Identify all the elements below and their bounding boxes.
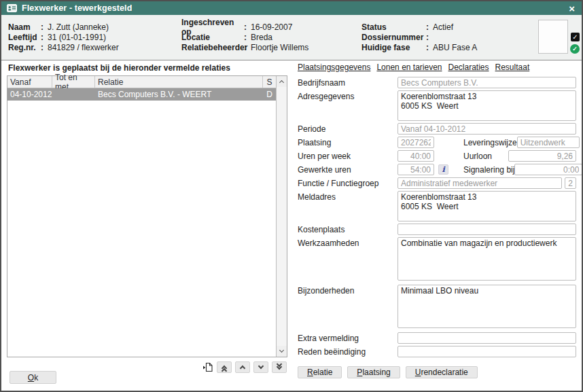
regnr-value: 841829 / flexwerker <box>48 43 119 52</box>
leveringswijze-label: Leveringswijze <box>463 137 517 147</box>
tab-declaraties[interactable]: Declaraties <box>448 63 489 72</box>
leeftijd-value: 31 (01-01-1991) <box>48 33 106 42</box>
placements-table-columns: Vanaf Tot en met Relatie S 04-10-2012 Be… <box>7 76 276 357</box>
reden-beeindiging-field[interactable] <box>398 346 576 357</box>
header-field-dossiernummer: Dossiernummer : <box>361 32 477 42</box>
scrollbar-up-icon[interactable] <box>277 76 287 87</box>
form-row-kostenplaats: Kostenplaats <box>298 224 576 235</box>
header-field-regnr: Reg.nr. : 841829 / flexwerker <box>8 42 119 52</box>
new-document-icon[interactable] <box>202 361 213 373</box>
regnr-label: Reg.nr. <box>8 43 41 52</box>
column-header-tot-en-met[interactable]: Tot en met <box>52 76 95 88</box>
gewerkte-uren-label: Gewerkte uren <box>298 164 398 175</box>
huidige-fase-label: Huidige fase <box>361 43 426 52</box>
periode-label: Periode <box>298 123 398 134</box>
form-row-functie: Functie / Functiegroep <box>298 177 576 189</box>
status-value: Actief <box>433 22 453 32</box>
leveringswijze-field[interactable] <box>517 137 580 148</box>
header-column-1: Naam : J. Zutt (Janneke) Leeftijd : 31 (… <box>8 22 119 52</box>
header-field-relatiebeheerder: Relatiebeheerder : Floortje Willems <box>181 42 308 52</box>
photo-placeholder <box>538 20 568 54</box>
form-row-adresgegevens: Adresgegevens Koerenblomstraat 13 6005 K… <box>298 90 576 121</box>
meldadres-field[interactable]: Koerenblomstraat 13 6005 KS Weert <box>398 191 576 221</box>
person-header: Naam : J. Zutt (Janneke) Leeftijd : 31 (… <box>1 15 582 60</box>
bijzonderheden-label: Bijzonderheden <box>298 285 398 296</box>
column-header-vanaf[interactable]: Vanaf <box>7 76 52 88</box>
leeftijd-label: Leeftijd <box>8 33 41 42</box>
header-field-status: Status : Actief <box>361 22 477 32</box>
locatie-label: Locatie <box>181 33 244 42</box>
ok-button[interactable]: Ok <box>10 371 56 384</box>
form-row-reden-beeindiging: Reden beëindiging <box>298 346 576 357</box>
header-field-naam: Naam : J. Zutt (Janneke) <box>8 22 119 32</box>
bedrijfsnaam-field[interactable] <box>398 77 576 88</box>
dossiernummer-label: Dossiernummer <box>361 33 426 42</box>
table-header: Vanaf Tot en met Relatie S <box>7 76 276 88</box>
chevron-up-icon <box>240 366 245 371</box>
form-row-uren-per-week: Uren per week Uurloon <box>298 150 576 162</box>
main-area: Flexwerker is geplaatst bij de hieronder… <box>1 60 582 389</box>
relatie-button[interactable]: Relatie <box>298 366 342 378</box>
info-icon[interactable]: i <box>438 164 448 175</box>
record-navigation <box>202 361 287 373</box>
adresgegevens-field[interactable]: Koerenblomstraat 13 6005 KS Weert <box>398 90 576 121</box>
table-scrollbar[interactable] <box>276 76 287 357</box>
plaatsing-button[interactable]: Plaatsing <box>347 366 400 378</box>
header-field-ingeschreven-op: Ingeschreven op : 16-09-2007 <box>181 22 308 32</box>
previous-record-button[interactable] <box>235 361 250 373</box>
next-record-button[interactable] <box>253 361 268 373</box>
header-field-locatie: Locatie : Breda <box>181 32 308 42</box>
functiegroep-field[interactable] <box>565 177 576 189</box>
placements-table: Vanaf Tot en met Relatie S 04-10-2012 Be… <box>7 75 287 357</box>
urendeclaratie-button[interactable]: Urendeclaratie <box>406 366 478 378</box>
kostenplaats-field[interactable] <box>398 224 576 235</box>
form-row-bedrijfsnaam: Bedrijfsnaam <box>298 77 576 88</box>
form-row-werkzaamheden: Werkzaamheden Combinatie van magazijn en… <box>298 237 576 281</box>
column-header-s[interactable]: S <box>263 76 276 88</box>
form-row-meldadres: Meldadres Koerenblomstraat 13 6005 KS We… <box>298 191 576 221</box>
header-column-2: Ingeschreven op : 16-09-2007 Locatie : B… <box>181 22 308 52</box>
scrollbar-down-icon[interactable] <box>277 346 287 357</box>
flexwerker-window: Flexwerker - tewerkgesteld × Naam : J. Z… <box>0 0 583 392</box>
detail-tabs: Plaatsingsgegevens Lonen en tarieven Dec… <box>298 63 576 72</box>
gewerkte-uren-field[interactable] <box>398 164 434 175</box>
header-field-leeftijd: Leeftijd : 31 (01-01-1991) <box>8 32 119 42</box>
adresgegevens-label: Adresgegevens <box>298 90 398 101</box>
status-ok-icon: ✓ <box>570 44 580 54</box>
tab-plaatsingsgegevens[interactable]: Plaatsingsgegevens <box>298 63 370 72</box>
functie-field[interactable] <box>398 177 562 189</box>
relatiebeheerder-label: Relatiebeheerder <box>181 43 244 52</box>
table-row[interactable]: 04-10-2012 Becs Computers B.V. - WEERT D <box>7 88 276 101</box>
chevron-down-icon <box>258 363 264 369</box>
relatiebeheerder-value: Floortje Willems <box>251 43 308 52</box>
tab-resultaat[interactable]: Resultaat <box>495 63 530 72</box>
naam-value: J. Zutt (Janneke) <box>48 22 109 32</box>
naam-label: Naam <box>8 22 41 32</box>
bijzonderheden-field[interactable]: Minimaal LBO niveau <box>398 285 576 328</box>
tab-lonen-en-tarieven[interactable]: Lonen en tarieven <box>376 63 442 72</box>
meldadres-label: Meldadres <box>298 191 398 202</box>
checked-checkbox-icon[interactable]: ✓ <box>571 33 580 41</box>
chevron-double-up-icon <box>222 365 226 370</box>
huidige-fase-value: ABU Fase A <box>433 43 477 52</box>
titlebar: Flexwerker - tewerkgesteld × <box>1 1 582 15</box>
header-field-huidige-fase: Huidige fase : ABU Fase A <box>361 42 477 52</box>
uren-per-week-field[interactable] <box>398 150 434 162</box>
plaatsing-nummer-field[interactable] <box>398 137 434 148</box>
uren-per-week-label: Uren per week <box>298 150 398 161</box>
column-header-relatie[interactable]: Relatie <box>95 76 263 88</box>
close-icon[interactable]: × <box>567 3 576 14</box>
last-record-button[interactable] <box>272 361 287 373</box>
first-record-button[interactable] <box>217 361 232 373</box>
signalering-bij-label: Signalering bij <box>463 164 514 175</box>
uurloon-field[interactable] <box>508 150 576 162</box>
bedrijfsnaam-label: Bedrijfsnaam <box>298 77 398 88</box>
werkzaamheden-label: Werkzaamheden <box>298 237 398 248</box>
signalering-bij-field[interactable] <box>514 164 582 175</box>
header-column-3: Status : Actief Dossiernummer : Huidige … <box>361 22 477 52</box>
locatie-value: Breda <box>251 33 272 42</box>
extra-vermelding-field[interactable] <box>398 332 576 344</box>
form-row-periode: Periode <box>298 123 576 135</box>
werkzaamheden-field[interactable]: Combinatie van magazijn en productiewerk <box>398 237 576 281</box>
periode-field[interactable] <box>398 123 576 135</box>
